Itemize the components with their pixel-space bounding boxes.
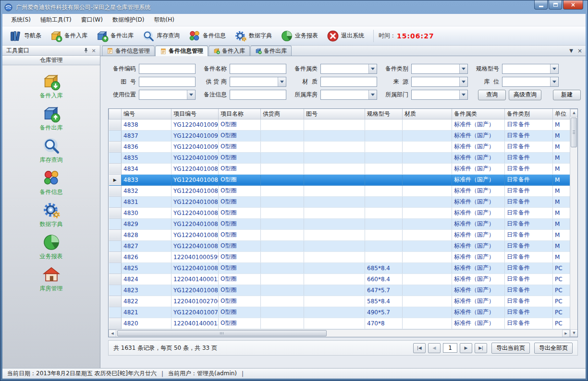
close-button[interactable]: × — [563, 0, 583, 10]
row-selector[interactable] — [109, 119, 122, 130]
scroll-up-icon[interactable]: ▲ — [570, 109, 578, 117]
table-row[interactable]: 4836YG12204010091O型圈标准件（国产）日常备件M — [109, 141, 570, 152]
table-row[interactable]: ▶4833YG12204010088O型圈标准件（国产）日常备件M — [109, 174, 570, 185]
usage-position-select[interactable] — [139, 90, 196, 100]
sidebar-item-report[interactable]: 业务报表 — [2, 231, 100, 263]
department-select[interactable] — [411, 90, 468, 100]
table-row[interactable]: 4834YG12204010089O型圈标准件（国产）日常备件M — [109, 163, 570, 174]
column-header[interactable]: 备件属类 — [452, 109, 505, 119]
column-header[interactable]: 备件类别 — [505, 109, 553, 119]
minimize-button[interactable] — [534, 0, 548, 10]
scroll-down-icon[interactable]: ▼ — [570, 329, 578, 337]
first-page-button[interactable]: |◀ — [413, 343, 426, 353]
table-row[interactable]: 4831YG12204010086O型圈标准件（国产）日常备件M — [109, 196, 570, 207]
prev-page-button[interactable]: ◀ — [428, 343, 441, 353]
dropdown-icon[interactable] — [459, 64, 467, 73]
table-row[interactable]: 4837YG12204010092O型圈标准件（国产）日常备件M — [109, 130, 570, 141]
parts-out-toolbar-button[interactable]: 备件出库 — [92, 28, 138, 44]
menu-item-4[interactable]: 帮助(H) — [149, 14, 179, 26]
dropdown-icon[interactable] — [550, 77, 558, 86]
row-selector[interactable] — [109, 185, 122, 196]
new-button[interactable]: 新建 — [553, 90, 581, 100]
row-selector[interactable] — [109, 152, 122, 163]
next-page-button[interactable]: ▶ — [460, 343, 472, 353]
column-header[interactable]: 规格型号 — [365, 109, 403, 119]
table-row[interactable]: 4832YG12204010087O型圈标准件（国产）日常备件M — [109, 185, 570, 196]
dropdown-icon[interactable] — [459, 90, 467, 99]
column-header[interactable]: 供货商 — [261, 109, 304, 119]
column-header[interactable]: 单位 — [553, 109, 570, 119]
source-select[interactable] — [411, 77, 468, 87]
row-selector[interactable] — [109, 262, 122, 274]
dropdown-icon[interactable] — [550, 64, 558, 73]
table-row[interactable]: 4827YG12204010082O型圈标准件（国产）日常备件M — [109, 240, 570, 251]
scroll-right-icon[interactable]: ▶ — [562, 330, 570, 337]
dropdown-icon[interactable] — [187, 90, 195, 99]
part-category-select[interactable] — [320, 64, 377, 74]
menu-item-1[interactable]: 辅助工具(T) — [36, 14, 76, 26]
column-header[interactable]: 编号 — [122, 109, 172, 119]
row-selector[interactable] — [109, 141, 122, 152]
warehouse-select[interactable] — [320, 90, 377, 100]
column-header[interactable]: 项目编号 — [172, 109, 219, 119]
query-button[interactable]: 查询 — [478, 90, 506, 100]
row-selector[interactable] — [109, 251, 122, 262]
remark-input[interactable] — [230, 90, 286, 100]
sidebar-item-parts-info[interactable]: 备件信息 — [2, 167, 100, 199]
table-row[interactable]: 4829YG12204010084O型圈标准件（国产）日常备件M — [109, 218, 570, 229]
location-select[interactable] — [502, 77, 559, 87]
table-row[interactable]: 48201220401400013O型圈470*8标准件（国产）日常备件PC — [109, 318, 570, 329]
tab-parts-out[interactable]: 备件出库 — [250, 46, 292, 56]
tab-parts-info-mgmt-1[interactable]: 备件信息管理 — [102, 46, 155, 56]
data-dict-toolbar-button[interactable]: 数据字典 — [230, 28, 276, 44]
advanced-query-button[interactable]: 高级查询 — [509, 90, 541, 100]
vertical-scrollbar[interactable]: ▲ ▼ — [570, 109, 577, 337]
drawing-no-input[interactable] — [139, 77, 196, 87]
table-row[interactable]: 4835YG12204010090O型圈标准件（国产）日常备件M — [109, 152, 570, 163]
sidebar-close-icon[interactable]: × — [90, 47, 98, 54]
part-code-input[interactable] — [139, 64, 196, 74]
dropdown-icon[interactable] — [459, 77, 467, 86]
row-selector[interactable] — [109, 296, 122, 307]
row-selector[interactable] — [109, 163, 122, 174]
table-row[interactable]: 4823YG12204010080O型圈647*5.7标准件（国产）日常备件PC — [109, 285, 570, 296]
menu-item-3[interactable]: 数据维护(D) — [108, 14, 149, 26]
tab-parts-in[interactable]: 备件入库 — [208, 46, 250, 56]
tab-parts-info-mgmt-2[interactable]: 备件信息管理 — [155, 46, 208, 56]
column-header[interactable]: 项目名称 — [219, 109, 261, 119]
parts-in-toolbar-button[interactable]: 备件入库 — [46, 28, 92, 44]
part-type-select[interactable] — [411, 64, 468, 74]
table-row[interactable]: 4830YG12204010085O型圈标准件（国产）日常备件M — [109, 207, 570, 218]
maximize-button[interactable] — [549, 0, 562, 10]
table-row[interactable]: 48241220401400012O型圈660*8.4标准件（国产）日常备件PC — [109, 274, 570, 285]
sidebar-item-stock-query[interactable]: 库存查询 — [2, 134, 100, 167]
row-selector[interactable] — [109, 240, 122, 251]
spec-model-select[interactable] — [502, 64, 559, 74]
hscroll-thumb[interactable] — [117, 330, 327, 336]
row-selector[interactable] — [109, 318, 122, 329]
parts-info-toolbar-button[interactable]: 备件信息 — [184, 28, 230, 44]
table-row[interactable]: 4838YG12204010093O型圈标准件（国产）日常备件M — [109, 119, 570, 130]
exit-toolbar-button[interactable]: 退出系统 — [322, 28, 368, 44]
table-row[interactable]: 48261220401000599O型圈标准件（国产）日常备件M — [109, 251, 570, 262]
scroll-left-icon[interactable]: ◀ — [109, 330, 116, 337]
menu-item-0[interactable]: 系统(S) — [6, 14, 36, 26]
table-row[interactable]: 4828YG12204010083O型圈标准件（国产）日常备件M — [109, 229, 570, 240]
vscroll-track[interactable] — [570, 117, 577, 329]
vscroll-thumb[interactable] — [571, 118, 577, 147]
navbar-toolbar-button[interactable]: 导航条 — [5, 28, 46, 44]
hscroll-track[interactable] — [116, 330, 562, 337]
sidebar-item-data-dict[interactable]: 数据字典 — [2, 199, 100, 231]
row-selector[interactable] — [109, 130, 122, 141]
part-name-input[interactable] — [230, 64, 286, 74]
tab-close-icon[interactable]: × — [577, 48, 582, 54]
row-selector[interactable] — [109, 307, 122, 318]
page-number-input[interactable] — [443, 343, 457, 353]
dropdown-icon[interactable] — [368, 64, 377, 73]
horizontal-scrollbar[interactable]: ◀ ▶ — [109, 329, 570, 337]
report-toolbar-button[interactable]: 业务报表 — [276, 28, 322, 44]
table-row[interactable]: 48221220401002700O型圈585*8.4标准件（国产）日常备件PC — [109, 296, 570, 307]
dropdown-icon[interactable] — [278, 77, 286, 86]
row-selector[interactable]: ▶ — [109, 174, 122, 185]
supplier-select[interactable] — [230, 77, 286, 87]
